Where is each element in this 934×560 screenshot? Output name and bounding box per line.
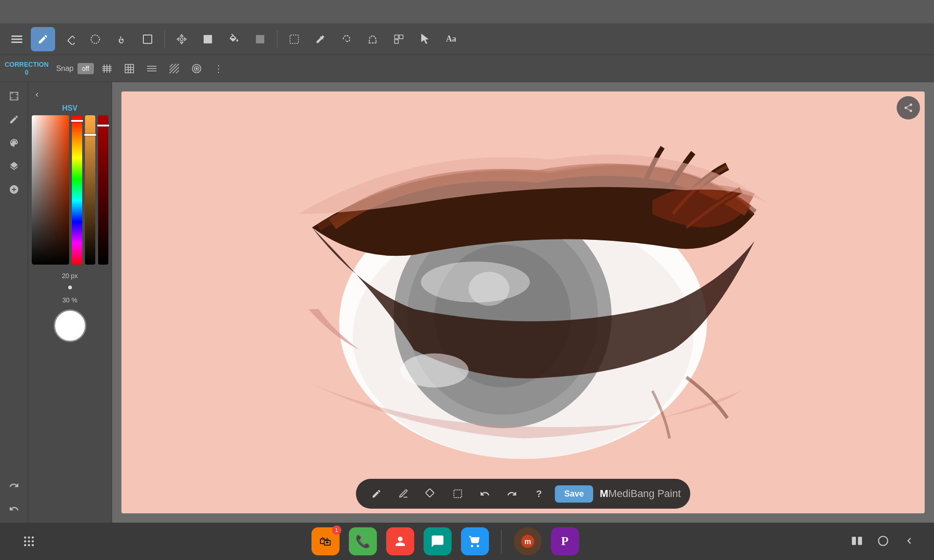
text-tool-btn[interactable]: Aa (439, 27, 463, 51)
svg-rect-1 (11, 38, 22, 40)
float-selection-btn[interactable] (446, 483, 469, 505)
sidebar-redo-btn[interactable] (4, 475, 24, 496)
svg-marker-10 (369, 35, 376, 43)
svg-point-50 (32, 537, 34, 539)
menu-button[interactable] (5, 27, 29, 51)
svg-text:m: m (524, 538, 531, 546)
snap-label: Snap (56, 64, 73, 73)
alpha-slider[interactable] (98, 115, 108, 265)
svg-rect-36 (10, 92, 18, 100)
drawing-canvas[interactable] (121, 91, 925, 513)
sidebar-layers-btn[interactable] (4, 156, 24, 176)
contacts-app-icon[interactable] (386, 527, 414, 555)
color-panel-collapse-btn[interactable]: ‹ (32, 87, 42, 101)
sidebar-color-btn[interactable] (4, 133, 24, 153)
snap-toggle-btn[interactable]: off (78, 63, 94, 74)
grid-overlay-btn[interactable] (120, 59, 139, 78)
hue-slider[interactable] (72, 115, 82, 265)
svg-line-28 (170, 64, 173, 67)
toolbar-sub: CORRECTION 0 Snap off ⋮ (0, 55, 934, 82)
main-area: ‹ HSV 20 (0, 82, 934, 523)
fill-rect-btn[interactable] (196, 27, 220, 51)
circle-select-btn[interactable] (83, 27, 107, 51)
svg-point-53 (32, 540, 34, 543)
medibang-brand-label: MMediBang Paint (600, 488, 681, 500)
float-undo-btn[interactable] (474, 483, 496, 505)
float-eraser-btn[interactable] (419, 483, 442, 505)
cursor-btn[interactable] (413, 27, 437, 51)
horizontal-lines-btn[interactable] (142, 59, 161, 78)
svg-point-52 (28, 540, 30, 543)
svg-point-35 (196, 68, 197, 69)
medibang-app-icon[interactable]: m (514, 527, 542, 555)
hand-tool-btn[interactable] (109, 27, 134, 51)
svg-point-49 (28, 537, 30, 539)
svg-rect-0 (11, 35, 22, 37)
brush-tool-btn[interactable] (31, 27, 55, 51)
left-sidebar (0, 82, 28, 523)
rect-select-btn[interactable] (135, 27, 160, 51)
svg-rect-60 (858, 537, 862, 545)
store-app-icon[interactable]: 🛍 1 (311, 527, 340, 555)
phone-app-icon[interactable]: 📞 (349, 527, 377, 555)
marquee-btn[interactable] (282, 27, 306, 51)
float-brush-btn[interactable] (365, 483, 388, 505)
svg-rect-5 (143, 35, 152, 43)
current-color-swatch[interactable] (54, 309, 86, 342)
svg-point-44 (401, 353, 469, 387)
svg-line-31 (173, 67, 179, 73)
sidebar-undo-btn[interactable] (4, 498, 24, 519)
app-drawer-btn[interactable] (19, 531, 39, 552)
svg-point-51 (24, 540, 27, 543)
share-btn[interactable] (897, 96, 920, 119)
purple-app-icon[interactable]: P (551, 527, 579, 555)
dark-fill-btn[interactable] (248, 27, 272, 51)
shopping-app-icon[interactable] (461, 527, 489, 555)
android-nav-bar: 🛍 1 📞 m P (0, 523, 934, 560)
fill-btn[interactable] (222, 27, 246, 51)
float-pencil-btn[interactable] (392, 483, 415, 505)
svg-rect-3 (68, 35, 75, 44)
svg-rect-59 (852, 537, 856, 545)
poly-lasso-btn[interactable] (361, 27, 385, 51)
color-saturation-square[interactable] (32, 115, 69, 265)
floating-toolbar: ? Save MMediBang Paint (356, 479, 690, 509)
svg-rect-20 (125, 64, 134, 73)
svg-rect-46 (425, 489, 434, 497)
color-picker-area (32, 115, 108, 265)
eyedropper-btn[interactable] (308, 27, 333, 51)
float-help-btn[interactable]: ? (528, 483, 550, 505)
back-btn[interactable] (903, 535, 915, 548)
color-panel: ‹ HSV 20 (28, 82, 112, 523)
transform-btn[interactable] (170, 27, 194, 51)
hsv-label: HSV (62, 104, 78, 112)
svg-point-56 (32, 544, 34, 546)
svg-rect-8 (256, 35, 264, 43)
sidebar-transform-btn[interactable] (4, 86, 24, 106)
hatching-btn[interactable] (98, 59, 116, 78)
svg-rect-11 (395, 35, 398, 39)
diamond-tool-btn[interactable] (57, 27, 81, 51)
more-options-btn[interactable]: ⋮ (210, 59, 228, 78)
diagonal-lines-btn[interactable] (165, 59, 184, 78)
float-redo-btn[interactable] (501, 483, 523, 505)
layer-move-btn[interactable] (387, 27, 411, 51)
divider-2 (277, 30, 277, 49)
recent-apps-btn[interactable] (851, 535, 863, 548)
correction-label: CORRECTION 0 (5, 61, 49, 77)
svg-rect-13 (395, 40, 398, 43)
chat-app-icon[interactable] (424, 527, 452, 555)
svg-point-6 (180, 38, 183, 41)
svg-point-48 (24, 537, 27, 539)
radial-overlay-btn[interactable] (187, 59, 206, 78)
brightness-slider[interactable] (85, 115, 95, 265)
brush-size-dot (68, 286, 72, 289)
sidebar-add-btn[interactable] (4, 179, 24, 200)
svg-point-61 (878, 536, 888, 546)
save-button[interactable]: Save (555, 485, 593, 503)
sidebar-brush-btn[interactable] (4, 109, 24, 130)
home-btn[interactable] (877, 535, 889, 548)
nav-divider (501, 530, 502, 553)
lasso-btn[interactable] (334, 27, 359, 51)
app-icons-row: 🛍 1 📞 m P (311, 527, 579, 555)
